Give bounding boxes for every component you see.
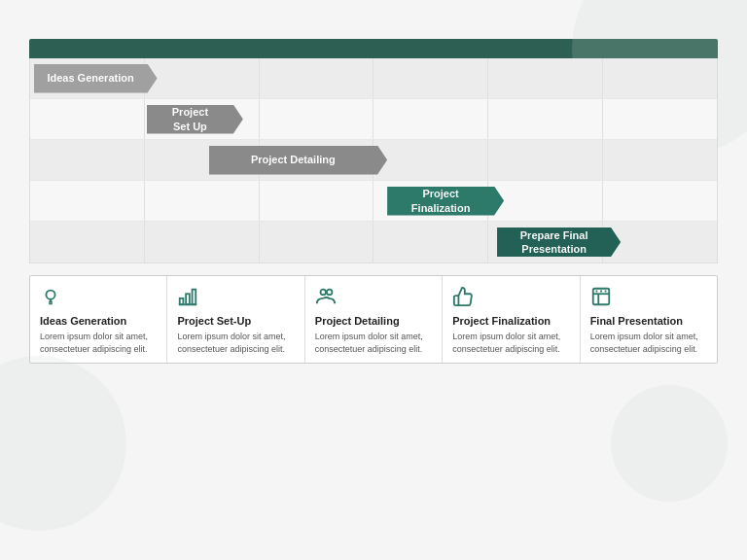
gantt-row-row-finalization: Project Finalization: [30, 181, 717, 222]
project-finalization-title: Project Finalization: [452, 315, 551, 327]
gantt-cell-2-4: [488, 140, 603, 180]
info-item-project-finalization: Project FinalizationLorem ipsum dolor si…: [443, 276, 580, 363]
project-detailing-text: Lorem ipsum dolor sit amet, consectetuer…: [315, 331, 432, 355]
gantt-cell-1-3: [374, 99, 488, 139]
info-section: Ideas GenerationLorem ipsum dolor sit am…: [29, 275, 718, 364]
gantt-cell-1-2: [260, 99, 374, 139]
svg-rect-6: [193, 290, 196, 305]
gantt-cell-3-1: [145, 181, 260, 221]
gantt-cell-1-0: [30, 99, 145, 139]
gantt-cell-4-0: [30, 222, 145, 262]
gantt-row-row-setup: Project Set Up: [30, 99, 717, 140]
gantt-bar-row-finalization: Project Finalization: [387, 187, 504, 216]
gantt-bar-wrapper-row-ideas: Ideas Generation: [34, 64, 158, 93]
gantt-bar-wrapper-row-prepare: Prepare Final Presentation: [497, 228, 621, 257]
final-presentation-icon: [590, 286, 612, 311]
project-detailing-icon: [315, 286, 337, 311]
gantt-bar-row-prepare: Prepare Final Presentation: [497, 228, 621, 257]
timeline-header: [29, 39, 718, 58]
info-item-final-presentation: Final PresentationLorem ipsum dolor sit …: [581, 276, 717, 363]
gantt-cell-0-3: [374, 58, 488, 98]
gantt-bar-wrapper-row-detailing: Project Detailing: [209, 146, 388, 175]
project-setup-text: Lorem ipsum dolor sit amet, consectetuer…: [177, 331, 294, 355]
gantt-cell-0-1: [145, 58, 260, 98]
project-finalization-icon: [452, 286, 474, 311]
project-setup-title: Project Set-Up: [177, 315, 251, 327]
project-finalization-text: Lorem ipsum dolor sit amet, consectetuer…: [452, 331, 569, 355]
final-presentation-title: Final Presentation: [590, 315, 683, 327]
info-item-project-detailing: Project DetailingLorem ipsum dolor sit a…: [305, 276, 443, 363]
gantt-row-row-ideas: Ideas Generation: [30, 58, 717, 99]
info-item-project-setup: Project Set-UpLorem ipsum dolor sit amet…: [167, 276, 304, 363]
month-sept: [144, 39, 259, 58]
gantt-cell-2-3: [374, 140, 488, 180]
page-container: Ideas GenerationProject Set UpProject De…: [0, 0, 747, 560]
ideas-generation-icon: [40, 286, 61, 311]
gantt-cell-3-5: [603, 181, 717, 221]
month-jan: [603, 39, 718, 58]
gantt-row-row-prepare: Prepare Final Presentation: [30, 222, 717, 262]
info-item-ideas-generation: Ideas GenerationLorem ipsum dolor sit am…: [30, 276, 167, 363]
gantt-cell-4-1: [145, 222, 260, 262]
project-setup-icon: [177, 286, 198, 311]
ideas-generation-title: Ideas Generation: [40, 315, 126, 327]
gantt-cell-3-2: [260, 181, 374, 221]
gantt-bar-wrapper-row-setup: Project Set Up: [147, 105, 243, 134]
svg-point-8: [320, 290, 326, 296]
gantt-row-row-detailing: Project Detailing: [30, 140, 717, 181]
gantt-bar-row-setup: Project Set Up: [147, 105, 243, 134]
ideas-generation-text: Lorem ipsum dolor sit amet, consectetuer…: [40, 331, 157, 355]
svg-rect-5: [187, 294, 191, 304]
svg-rect-4: [180, 298, 184, 304]
month-oct: [259, 39, 374, 58]
gantt-bar-wrapper-row-finalization: Project Finalization: [387, 187, 504, 216]
svg-point-9: [327, 290, 333, 296]
gantt-cell-3-0: [30, 181, 145, 221]
month-nov: [374, 39, 488, 58]
gantt-cell-0-5: [603, 58, 717, 98]
month-dec: [488, 39, 603, 58]
month-august: [29, 39, 144, 58]
gantt-chart: Ideas GenerationProject Set UpProject De…: [29, 58, 718, 263]
gantt-cell-0-4: [488, 58, 603, 98]
gantt-cell-4-3: [374, 222, 488, 262]
gantt-bar-row-ideas: Ideas Generation: [34, 64, 158, 93]
svg-point-0: [46, 291, 54, 299]
gantt-cell-0-2: [260, 58, 374, 98]
gantt-cell-2-5: [603, 140, 717, 180]
final-presentation-text: Lorem ipsum dolor sit amet, consectetuer…: [590, 331, 707, 355]
gantt-bar-row-detailing: Project Detailing: [209, 146, 388, 175]
project-detailing-title: Project Detailing: [315, 315, 400, 327]
gantt-cell-1-4: [488, 99, 603, 139]
gantt-cell-1-5: [603, 99, 717, 139]
gantt-cell-4-2: [260, 222, 374, 262]
gantt-cell-3-4: [488, 181, 603, 221]
gantt-cell-2-0: [30, 140, 145, 180]
